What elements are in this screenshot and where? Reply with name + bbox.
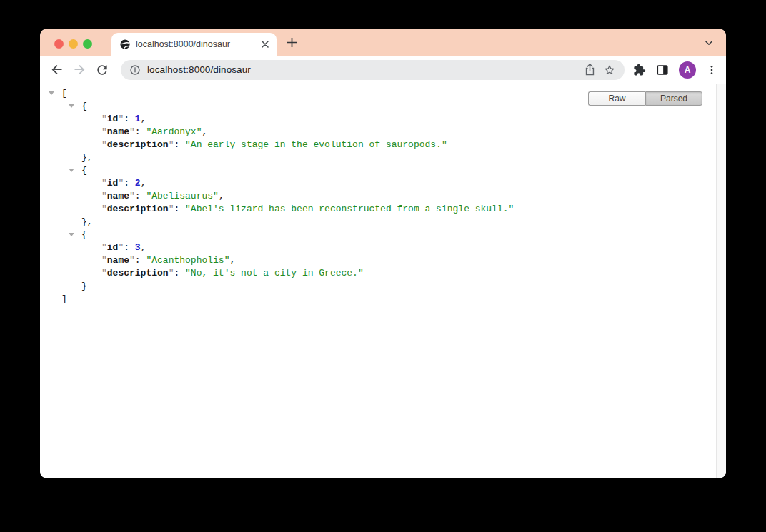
raw-button[interactable]: Raw [588, 91, 645, 106]
quote: " [101, 177, 107, 190]
json-property: "name": "Acanthopholis", [101, 254, 235, 267]
tab-strip-chevron-icon[interactable] [703, 37, 715, 49]
url-text: localhost:8000/dinosaur [147, 64, 577, 75]
parsed-button[interactable]: Parsed [645, 91, 702, 106]
json-row: ] [49, 293, 514, 306]
colon: : [174, 203, 185, 216]
minimize-window-button[interactable] [69, 39, 78, 49]
comma: , [229, 254, 235, 267]
colon: : [124, 177, 135, 190]
json-row: [ [49, 87, 514, 100]
quote: " [101, 267, 107, 280]
raw-parsed-toggle: Raw Parsed [588, 91, 702, 106]
url-bar[interactable]: localhost:8000/dinosaur [121, 60, 625, 80]
maximize-window-button[interactable] [83, 39, 92, 49]
json-property: "name": "Abelisaurus", [101, 190, 224, 203]
json-row: "description": "No, it's not a city in G… [49, 267, 514, 280]
json-row: "id": 2, [49, 177, 514, 190]
quote: " [169, 139, 174, 151]
comma: , [141, 241, 146, 254]
comma: , [202, 126, 207, 139]
json-row: }, [49, 151, 514, 164]
json-row: { [49, 100, 514, 113]
bracket: } [81, 280, 87, 293]
json-property: "id": 3, [101, 241, 146, 254]
json-property: "id": 1, [101, 113, 146, 126]
tab-title: localhost:8000/dinosaur [136, 39, 254, 49]
share-icon[interactable] [584, 63, 596, 76]
comma: , [219, 190, 224, 203]
json-property: "name": "Aardonyx", [101, 126, 207, 139]
quote: " [101, 241, 107, 254]
tree-guide-line [64, 98, 64, 294]
json-row: { [49, 164, 514, 177]
quote: " [101, 254, 107, 267]
json-property: "id": 2, [101, 177, 146, 190]
json-key: description [107, 267, 169, 280]
menu-dots-icon[interactable] [706, 64, 717, 76]
collapse-caret-icon[interactable] [69, 169, 74, 172]
quote: " [101, 113, 107, 126]
quote: " [101, 203, 107, 216]
tree-guide-line [84, 175, 84, 217]
collapse-caret-icon[interactable] [69, 104, 74, 108]
quote: " [169, 267, 174, 280]
colon: : [174, 139, 185, 151]
json-row: "name": "Abelisaurus", [49, 190, 514, 203]
json-row: { [49, 229, 514, 241]
back-icon[interactable] [48, 60, 65, 80]
json-key: description [107, 203, 169, 216]
collapse-caret-icon[interactable] [49, 91, 54, 95]
json-row: } [49, 280, 514, 293]
forward-icon[interactable] [71, 60, 88, 80]
collapse-caret-icon[interactable] [69, 233, 74, 236]
page-content: Raw Parsed [{"id": 1,"name": "Aardonyx",… [40, 84, 726, 478]
colon: : [135, 190, 146, 203]
colon: : [124, 241, 135, 254]
tab-strip: localhost:8000/dinosaur [40, 29, 726, 56]
colon: : [135, 254, 146, 267]
new-tab-button[interactable] [283, 34, 300, 51]
json-property: "description": "An early stage in the ev… [101, 139, 447, 151]
tree-guide-line [84, 111, 84, 153]
bracket: }, [81, 216, 93, 229]
json-string: "Abel's lizard has been reconstructed fr… [185, 203, 514, 216]
json-string: "Abelisaurus" [146, 190, 218, 203]
comma: , [141, 177, 146, 190]
json-row: "id": 1, [49, 113, 514, 126]
vertical-scrollbar[interactable] [716, 84, 726, 478]
json-string: "An early stage in the evolution of saur… [185, 139, 447, 151]
json-key: description [107, 139, 169, 151]
colon: : [174, 267, 185, 280]
json-key: id [107, 177, 119, 190]
browser-tab[interactable]: localhost:8000/dinosaur [111, 33, 277, 56]
quote: " [129, 126, 135, 139]
json-string: "Acanthopholis" [146, 254, 229, 267]
json-row: }, [49, 216, 514, 229]
toolbar-right-icons: A [633, 61, 717, 79]
colon: : [124, 113, 135, 126]
quote: " [101, 126, 107, 139]
json-row: "description": "Abel's lizard has been r… [49, 203, 514, 216]
json-number: 1 [135, 113, 141, 126]
bracket: }, [81, 151, 93, 164]
quote: " [118, 177, 124, 190]
avatar-initial: A [685, 65, 691, 75]
extensions-puzzle-icon[interactable] [633, 64, 646, 76]
tree-guide-line [84, 239, 84, 281]
quote: " [169, 203, 174, 216]
reload-icon[interactable] [94, 60, 111, 80]
quote: " [118, 113, 124, 126]
json-number: 2 [135, 177, 141, 190]
side-panel-icon[interactable] [656, 64, 669, 76]
bookmark-star-icon[interactable] [603, 64, 616, 76]
json-tree: [{"id": 1,"name": "Aardonyx","descriptio… [49, 87, 514, 306]
site-info-icon[interactable] [129, 64, 141, 76]
quote: " [129, 190, 135, 203]
avatar[interactable]: A [679, 61, 696, 79]
json-row: "description": "An early stage in the ev… [49, 139, 514, 151]
browser-toolbar: localhost:8000/dinosaur [40, 56, 726, 84]
close-window-button[interactable] [54, 39, 64, 49]
quote: " [118, 241, 124, 254]
close-tab-icon[interactable] [259, 39, 271, 50]
